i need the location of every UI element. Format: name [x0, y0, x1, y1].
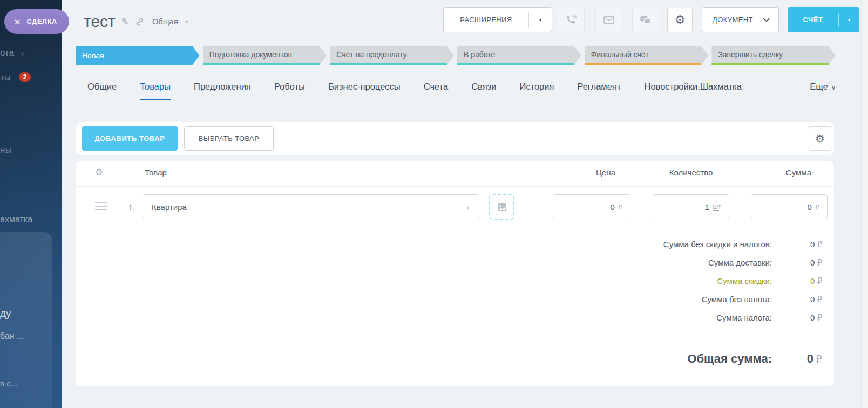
call-button[interactable]: [558, 8, 585, 32]
open-catalog-arrow-icon[interactable]: →: [461, 201, 471, 213]
pipeline-selector[interactable]: Общая: [152, 17, 178, 26]
phone-icon: [565, 14, 577, 26]
chevron-down-icon: ∨: [831, 84, 836, 91]
sum-input[interactable]: 0 ₽: [751, 194, 828, 219]
total-row-before-discount-tax: Сумма без скидки и налогов: 0₽: [663, 240, 822, 249]
stage-new[interactable]: Новая: [76, 46, 200, 65]
total-row-delivery: Сумма доставки: 0₽: [663, 258, 822, 268]
caret-down-icon[interactable]: ▾: [529, 17, 552, 23]
stage-close-deal[interactable]: Завершить сделку: [711, 46, 836, 65]
background-text-fragment: в с...: [0, 379, 17, 388]
stage-label: В работе: [464, 50, 495, 59]
scrollbar[interactable]: [861, 0, 868, 408]
column-header-product: Товар: [145, 168, 167, 177]
edit-title-icon[interactable]: ✎: [121, 16, 129, 28]
stage-prepayment-invoice[interactable]: Счёт на предоплату: [330, 46, 454, 65]
sidebar-item-label: ота: [0, 47, 14, 58]
gear-icon: ⚙: [675, 13, 686, 27]
drag-handle-icon[interactable]: [95, 202, 107, 212]
sidebar-item-fragment[interactable]: ты 2: [0, 72, 31, 83]
chevron-down-icon[interactable]: ▾: [186, 19, 188, 24]
column-header-quantity: Количество: [653, 168, 729, 177]
stage-label: Счёт на предоплату: [336, 50, 406, 59]
price-value: 0: [610, 202, 614, 212]
chat-button[interactable]: [632, 8, 659, 32]
tab-general[interactable]: Общие: [87, 81, 117, 100]
chat-icon: [639, 13, 652, 26]
currency-symbol: ₽: [817, 258, 822, 267]
tab-robots[interactable]: Роботы: [274, 81, 305, 100]
stage-final-invoice[interactable]: Финальный счёт: [585, 46, 709, 65]
row-index: 1.: [128, 203, 135, 212]
sidebar-item-label: ахматка: [0, 215, 32, 224]
stage-color-bar: [203, 63, 320, 65]
stage-label: Подготовка документов: [209, 50, 292, 59]
sidebar-item-label: ты: [0, 72, 11, 83]
deal-tabs: Общие Товары Предложения Роботы Бизнес-п…: [87, 81, 836, 100]
sidebar-item-fragment[interactable]: ны: [0, 145, 12, 155]
tab-chessboard[interactable]: Новостройки.Шахматка: [645, 81, 742, 100]
background-text-fragment: бан ...: [0, 331, 24, 341]
chevron-down-icon: [763, 18, 770, 22]
currency-symbol: ₽: [618, 203, 622, 211]
currency-symbol: ₽: [817, 313, 822, 322]
extensions-button-label: РАСШИРЕНИЯ: [444, 16, 528, 24]
stage-color-bar: [711, 63, 829, 65]
chevron-down-icon: ∨: [20, 50, 25, 57]
settings-button[interactable]: ⚙: [667, 8, 693, 32]
invoice-button-label: СЧЁТ: [788, 16, 838, 24]
quantity-input[interactable]: 1 шт: [653, 194, 729, 219]
price-input[interactable]: 0 ₽: [553, 194, 630, 219]
stage-color-bar: [457, 63, 574, 65]
document-button-label: ДОКУМЕНТ: [702, 16, 763, 24]
tab-business-processes[interactable]: Бизнес-процессы: [328, 81, 401, 100]
tab-regulations[interactable]: Регламент: [577, 81, 621, 100]
products-panel: ⚙ Товар Цена Количество Сумма 1. Квартир…: [76, 161, 834, 386]
extensions-button[interactable]: РАСШИРЕНИЯ ▾: [443, 7, 552, 32]
sidebar-item-fragment[interactable]: ахматка: [0, 215, 32, 225]
close-icon[interactable]: ✕: [14, 18, 21, 26]
slider-close-button[interactable]: ✕ СДЕЛКА: [4, 9, 69, 34]
total-row-discount[interactable]: Сумма скидки: 0₽: [663, 276, 822, 286]
products-toolbar: ДОБАВИТЬ ТОВАР ВЫБРАТЬ ТОВАР ⚙: [76, 122, 834, 155]
stage-color-bar: [585, 63, 702, 65]
page-title: тест: [84, 12, 116, 31]
total-row-before-tax: Сумма без налога: 0₽: [663, 295, 822, 304]
select-product-button[interactable]: ВЫБРАТЬ ТОВАР: [184, 126, 274, 151]
stage-label: Финальный счёт: [591, 50, 649, 59]
currency-symbol: ₽: [817, 240, 822, 249]
product-image-upload[interactable]: [489, 194, 514, 220]
grand-total-row: Общая сумма: 0₽: [687, 352, 822, 366]
mail-icon: [602, 13, 615, 26]
invoice-button[interactable]: СЧЁТ ▾: [788, 7, 859, 32]
tab-invoices[interactable]: Счета: [424, 81, 449, 100]
document-button[interactable]: ДОКУМЕНТ: [702, 7, 779, 32]
sum-value: 0: [807, 202, 811, 212]
email-button[interactable]: [595, 8, 622, 32]
tab-quotes[interactable]: Предложения: [194, 81, 251, 100]
slider-entity-label: СДЕЛКА: [27, 18, 57, 25]
product-name-input[interactable]: Квартира →: [143, 194, 479, 219]
gear-icon: ⚙: [815, 132, 825, 145]
tab-links[interactable]: Связи: [471, 81, 496, 100]
currency-symbol: ₽: [815, 203, 819, 211]
add-product-button[interactable]: ДОБАВИТЬ ТОВАР: [82, 126, 178, 151]
column-settings-icon[interactable]: ⚙: [95, 167, 103, 178]
tab-history[interactable]: История: [519, 81, 554, 100]
quantity-value: 1: [704, 202, 709, 212]
image-icon: [497, 202, 507, 213]
products-settings-button[interactable]: ⚙: [808, 126, 832, 151]
stage-docs-preparation[interactable]: Подготовка документов: [203, 46, 327, 65]
stage-label: Завершить сделку: [718, 50, 783, 59]
totals-block: Сумма без скидки и налогов: 0₽ Сумма дос…: [663, 240, 822, 331]
column-header-sum: Сумма: [786, 168, 811, 177]
tab-products[interactable]: Товары: [140, 81, 171, 100]
stage-in-progress[interactable]: В работе: [457, 46, 581, 65]
currency-symbol: ₽: [816, 353, 822, 365]
tab-more[interactable]: Еще∨: [810, 81, 836, 100]
link-icon[interactable]: [135, 17, 144, 26]
sidebar-item-fragment[interactable]: ота ∨: [0, 47, 25, 58]
stage-label: Новая: [82, 51, 104, 60]
unit-selector[interactable]: шт: [713, 202, 721, 211]
caret-down-icon[interactable]: ▾: [839, 17, 859, 23]
